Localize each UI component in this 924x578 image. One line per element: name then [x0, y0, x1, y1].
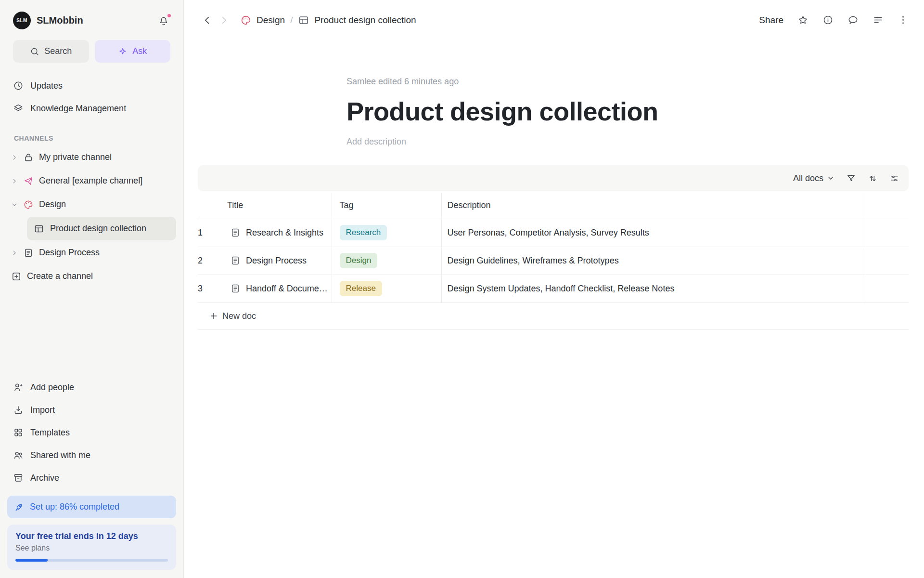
doc-collection: All docs Title Tag [198, 165, 909, 330]
table-row[interactable]: 1 Research & Insights Research User Pers… [198, 219, 909, 247]
doc-table: Title Tag Description 1 Research & Insig… [198, 193, 909, 303]
notifications-button[interactable] [157, 14, 170, 27]
new-doc-label: New doc [222, 311, 256, 321]
setup-progress-banner[interactable]: Set up: 86% completed [7, 496, 176, 518]
sort-button[interactable] [868, 173, 878, 184]
more-options-button[interactable] [898, 14, 909, 26]
breadcrumb-item-design[interactable]: Design [240, 14, 285, 26]
outline-button[interactable] [873, 14, 884, 26]
workspace-name[interactable]: SLMobbin [37, 15, 83, 26]
ask-button[interactable]: Ask [95, 40, 171, 63]
view-settings-button[interactable] [889, 173, 899, 184]
channels-section-header: CHANNELS [0, 134, 183, 142]
chevron-right-icon[interactable] [11, 250, 18, 256]
archive-icon [13, 473, 24, 483]
row-extra-cell [866, 275, 909, 302]
filter-icon [846, 173, 856, 184]
tag-cell[interactable]: Release [332, 275, 441, 302]
channel-my-private-channel[interactable]: My private channel [7, 146, 176, 169]
new-doc-button[interactable]: New doc [198, 303, 909, 330]
sidebar-item-label: Add people [30, 382, 74, 393]
column-header-extra [866, 193, 909, 219]
page-title[interactable]: Product design collection [346, 96, 924, 126]
doc-description[interactable]: Design System Updates, Handoff Checklist… [441, 275, 866, 302]
tag-cell[interactable]: Research [332, 219, 441, 247]
forward-button[interactable] [216, 12, 232, 28]
channel-label: Design Process [39, 248, 100, 258]
tag-cell[interactable]: Design [332, 247, 441, 275]
doc-title-text: Handoff & Docume… [246, 284, 328, 294]
rocket-icon [14, 502, 24, 512]
sidebar-item-import[interactable]: Import [7, 399, 176, 420]
table-row[interactable]: 2 Design Process Design Design Guideline… [198, 247, 909, 275]
sidebar-item-label: Shared with me [30, 450, 90, 460]
row-extra-cell [866, 247, 909, 275]
back-button[interactable] [199, 12, 216, 28]
sidebar-item-label: Templates [30, 428, 70, 438]
table-header-row: Title Tag Description [198, 193, 909, 219]
channel-general-example[interactable]: General [example channel] [7, 170, 176, 192]
see-plans-link[interactable]: See plans [15, 544, 168, 552]
search-button[interactable]: Search [13, 40, 89, 63]
doc-title-cell[interactable]: Handoff & Docume… [222, 275, 332, 302]
sidebar-item-product-design-collection[interactable]: Product design collection [27, 217, 176, 240]
row-number: 2 [198, 247, 222, 275]
column-header-tag[interactable]: Tag [332, 193, 441, 219]
sidebar-item-templates[interactable]: Templates [7, 422, 176, 443]
chevron-right-icon[interactable] [11, 154, 18, 161]
sort-icon [868, 173, 878, 184]
ask-button-label: Ask [132, 46, 147, 56]
doc-description[interactable]: User Personas, Competitor Analysis, Surv… [441, 219, 866, 247]
plus-square-icon [11, 271, 22, 282]
sidebar-item-label: Archive [30, 473, 59, 483]
trial-progress-track [15, 559, 168, 562]
channel-design[interactable]: Design [7, 193, 176, 216]
row-number: 3 [198, 275, 222, 302]
sidebar-item-label: Import [30, 405, 55, 415]
chevron-down-icon[interactable] [11, 201, 18, 208]
workspace-logo[interactable]: SLM [13, 12, 31, 29]
trial-card[interactable]: Your free trial ends in 12 days See plan… [7, 525, 176, 570]
search-ask-row: Search Ask [0, 40, 183, 63]
create-channel-button[interactable]: Create a channel [7, 265, 176, 288]
table-row[interactable]: 3 Handoff & Docume… Release Design Syste… [198, 275, 909, 302]
chevron-down-icon [827, 174, 834, 182]
sidebar-item-shared-with-me[interactable]: Shared with me [7, 445, 176, 466]
channel-doc-label: Product design collection [50, 223, 146, 234]
setup-banner-label: Set up: 86% completed [30, 502, 119, 512]
doc-title-cell[interactable]: Research & Insights [222, 219, 332, 247]
doc-icon [230, 283, 241, 294]
favorite-button[interactable] [797, 14, 808, 26]
doc-title-cell[interactable]: Design Process [222, 247, 332, 275]
comments-button[interactable] [847, 14, 859, 26]
sidebar-item-add-people[interactable]: Add people [7, 377, 176, 398]
info-button[interactable] [822, 14, 834, 26]
tag-badge[interactable]: Design [340, 253, 378, 268]
trial-progress-fill [15, 559, 48, 562]
breadcrumb: Design / Product design collection [240, 14, 416, 26]
doc-description[interactable]: Design Guidelines, Wireframes & Prototyp… [441, 247, 866, 275]
doc-description-placeholder[interactable]: Add description [346, 137, 924, 147]
filter-button[interactable] [846, 173, 856, 184]
clock-icon [13, 80, 24, 91]
sidebar-item-archive[interactable]: Archive [7, 467, 176, 488]
chevron-right-icon[interactable] [11, 178, 18, 184]
column-header-number [198, 193, 222, 219]
docs-filter-label: All docs [793, 173, 823, 184]
column-header-title[interactable]: Title [222, 193, 332, 219]
palette-icon [23, 199, 34, 210]
workspace-header: SLM SLMobbin [0, 0, 183, 39]
workspace-logo-text: SLM [16, 18, 27, 23]
sidebar-item-updates[interactable]: Updates [7, 75, 176, 96]
tag-badge[interactable]: Release [340, 281, 382, 296]
search-button-label: Search [44, 46, 72, 56]
tag-badge[interactable]: Research [340, 225, 387, 240]
column-header-description[interactable]: Description [441, 193, 866, 219]
breadcrumb-item-product-design-collection[interactable]: Product design collection [298, 14, 416, 26]
chevron-right-icon [218, 15, 229, 26]
share-button[interactable]: Share [759, 15, 783, 26]
sidebar-item-knowledge-management[interactable]: Knowledge Management [7, 98, 176, 119]
docs-filter-dropdown[interactable]: All docs [793, 173, 834, 184]
channel-design-process[interactable]: Design Process [7, 241, 176, 264]
main-content: Design / Product design collection Share [184, 0, 924, 578]
